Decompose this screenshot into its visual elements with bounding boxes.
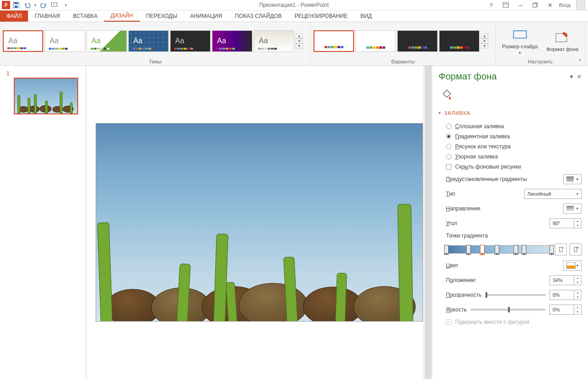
variants-more[interactable]: ▼ — [481, 44, 488, 49]
type-dropdown[interactable]: Линейный▼ — [524, 189, 582, 199]
minimize-button[interactable]: ─ — [515, 0, 526, 10]
format-bg-button[interactable]: Формат фона — [543, 28, 582, 54]
add-stop-button[interactable]: + — [555, 243, 567, 255]
save-button[interactable] — [11, 0, 21, 10]
themes-group-label: Темы — [3, 58, 308, 64]
panel-title: Формат фона — [439, 71, 497, 82]
theme-thumb-3[interactable]: Aa — [86, 30, 127, 52]
gradient-stops-bar[interactable] — [446, 245, 552, 254]
help-button[interactable]: ? — [485, 0, 497, 10]
transparency-slider[interactable] — [485, 294, 546, 296]
svg-rect-8 — [514, 31, 526, 38]
theme-thumb-7[interactable]: Aa — [254, 30, 294, 52]
app-icon: P — [2, 1, 10, 9]
window-controls: ? ─ ✕ Вход — [485, 0, 588, 10]
svg-rect-4 — [503, 3, 508, 7]
format-background-panel: Формат фона ▼ ✕ ЗАЛИВКА Сплошная заливка… — [432, 66, 588, 379]
hide-bg-checkbox[interactable]: Скрыть фоновые рисунки — [446, 162, 582, 172]
redo-button[interactable] — [39, 0, 49, 10]
tab-transitions[interactable]: ПЕРЕХОДЫ — [140, 11, 184, 22]
position-spinner[interactable]: 34%▲▼ — [549, 275, 582, 285]
login-label[interactable]: Вход — [559, 2, 571, 8]
variants-up[interactable]: ▲ — [481, 34, 488, 39]
svg-rect-1 — [14, 2, 18, 4]
variant-thumb-2[interactable] — [355, 30, 396, 52]
theme-thumb-5[interactable]: Aa — [170, 30, 211, 52]
close-button[interactable]: ✕ — [544, 0, 555, 10]
quick-access-toolbar: P ▼ ▾ — [0, 0, 73, 10]
fill-picture-radio[interactable]: Рисунок или текстура — [446, 141, 582, 152]
gradient-stop-1[interactable] — [444, 245, 449, 255]
ribbon-body: Aa Aa Aa Aa Aa Aa Aa ▲ ▼ ▼ Темы ▲ ▼ ▼ — [0, 22, 588, 66]
fill-category-icon[interactable] — [439, 86, 455, 103]
gradient-stop-5[interactable] — [514, 245, 518, 255]
theme-thumb-2[interactable]: Aa — [45, 30, 85, 52]
rotate-with-shape-checkbox: ✓Повернуть вместе с фигурой — [446, 317, 582, 327]
variant-thumb-3[interactable] — [397, 30, 438, 52]
variant-thumb-1[interactable] — [314, 30, 354, 52]
gradient-stop-7[interactable] — [549, 245, 554, 255]
gradient-stop-6[interactable] — [522, 245, 526, 255]
fill-pattern-radio[interactable]: Узорная заливка — [446, 152, 582, 162]
ribbon-tabs: ФАЙЛ ГЛАВНАЯ ВСТАВКА ДИЗАЙН ПЕРЕХОДЫ АНИ… — [0, 11, 588, 22]
themes-down[interactable]: ▼ — [296, 39, 303, 44]
fill-solid-radio[interactable]: Сплошная заливка — [446, 121, 582, 131]
tab-insert[interactable]: ВСТАВКА — [66, 11, 104, 22]
tab-animations[interactable]: АНИМАЦИЯ — [184, 11, 228, 22]
transparency-label: Прозрачность — [446, 292, 482, 298]
fill-gradient-radio[interactable]: Градиентная заливка — [446, 131, 582, 141]
fill-section-header[interactable]: ЗАЛИВКА — [439, 108, 582, 118]
direction-dropdown[interactable]: ▼ — [563, 204, 582, 214]
brightness-spinner[interactable]: 0%▲▼ — [549, 305, 582, 315]
color-dropdown[interactable]: ▼ — [563, 260, 582, 271]
angle-label: Угол — [446, 220, 457, 226]
tab-design[interactable]: ДИЗАЙН — [104, 11, 139, 22]
panel-close-icon[interactable]: ✕ — [577, 74, 582, 80]
panel-options-icon[interactable]: ▼ — [569, 74, 574, 80]
editor-scrollbar[interactable] — [423, 66, 432, 379]
tab-home[interactable]: ГЛАВНАЯ — [28, 11, 66, 22]
slide-size-button[interactable]: Размер слайда ▼ — [498, 25, 542, 57]
variant-thumb-4[interactable] — [439, 30, 480, 52]
qat-customize[interactable]: ▾ — [61, 0, 71, 10]
title-bar: P ▼ ▾ Презентация1 - PowerPoint ? ─ ✕ Вх… — [0, 0, 588, 11]
slide-thumbnail-1[interactable] — [14, 78, 78, 114]
brightness-label: Яркость — [446, 306, 467, 313]
slide-size-label: Размер слайда — [502, 44, 538, 49]
themes-up[interactable]: ▲ — [296, 34, 303, 39]
variants-down[interactable]: ▼ — [481, 39, 488, 44]
slide-canvas[interactable] — [96, 124, 422, 321]
tab-review[interactable]: РЕЦЕНЗИРОВАНИЕ — [288, 11, 354, 22]
start-from-beginning-button[interactable] — [50, 0, 60, 10]
themes-more[interactable]: ▼ — [296, 44, 303, 49]
angle-spinner[interactable]: 90°▲▼ — [549, 218, 582, 228]
variants-group-label: Варианты — [314, 58, 492, 64]
remove-stop-button[interactable]: × — [570, 243, 582, 255]
tab-file[interactable]: ФАЙЛ — [0, 11, 28, 22]
slide-panel: 1 — [0, 66, 86, 379]
preset-gradients-dropdown[interactable]: ▼ — [563, 174, 582, 184]
type-label: Тип — [446, 191, 455, 197]
theme-thumb-1[interactable]: Aa — [3, 30, 43, 52]
undo-dropdown[interactable]: ▼ — [33, 0, 38, 10]
customize-group-label: Настроить — [498, 58, 582, 64]
gradient-stop-4[interactable] — [495, 245, 499, 255]
variants-group: ▲ ▼ ▼ Варианты — [311, 22, 496, 65]
variants-gallery-scroll: ▲ ▼ ▼ — [481, 34, 488, 49]
undo-button[interactable] — [22, 0, 32, 10]
restore-button[interactable] — [530, 0, 541, 10]
ribbon-display-options[interactable] — [500, 0, 511, 10]
gradient-stop-3[interactable] — [480, 245, 485, 255]
slide-editor — [86, 66, 432, 379]
transparency-spinner[interactable]: 0%▲▼ — [549, 290, 582, 300]
position-label: Положение: — [446, 277, 477, 283]
brightness-slider[interactable] — [470, 309, 546, 311]
main-area: 1 — [0, 66, 588, 379]
tab-view[interactable]: ВИД — [354, 11, 378, 22]
theme-thumb-4[interactable]: Aa — [128, 30, 169, 52]
tab-slideshow[interactable]: ПОКАЗ СЛАЙДОВ — [228, 11, 288, 22]
gradient-stop-2[interactable] — [466, 245, 471, 255]
collapse-ribbon-icon[interactable]: ^ — [579, 58, 586, 64]
avatar[interactable] — [576, 0, 585, 10]
theme-thumb-6[interactable]: Aa — [212, 30, 252, 52]
